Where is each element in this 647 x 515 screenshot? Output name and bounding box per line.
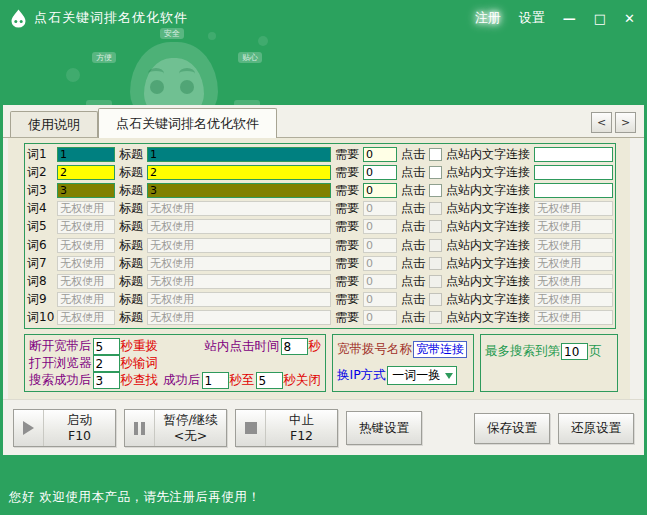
stop-button-key: F12 bbox=[290, 428, 313, 444]
status-bar: 您好 欢迎使用本产品，请先注册后再使用！ bbox=[0, 455, 647, 515]
link-input[interactable] bbox=[534, 201, 613, 216]
title-input[interactable] bbox=[147, 310, 331, 325]
start-button-label: 启动 bbox=[67, 412, 92, 428]
chevron-down-icon bbox=[445, 373, 453, 379]
mascot-watermark: 安全 方便 贴心 bbox=[58, 28, 288, 105]
search-seconds-input[interactable] bbox=[93, 372, 120, 389]
title-input[interactable] bbox=[147, 274, 331, 289]
keyword-input[interactable] bbox=[57, 201, 115, 216]
link-checkbox[interactable] bbox=[429, 184, 442, 197]
title-input[interactable] bbox=[147, 147, 331, 162]
link-input[interactable] bbox=[534, 238, 613, 253]
success-to-input[interactable] bbox=[256, 372, 283, 389]
title-input[interactable] bbox=[147, 183, 331, 198]
need-label: 需要 bbox=[335, 146, 359, 163]
link-checkbox[interactable] bbox=[429, 220, 442, 233]
start-button-key: F10 bbox=[68, 428, 91, 444]
need-count-input[interactable] bbox=[363, 201, 397, 216]
link-checkbox[interactable] bbox=[429, 275, 442, 288]
site-click-seconds-input[interactable] bbox=[281, 338, 308, 355]
success-from-input[interactable] bbox=[202, 372, 229, 389]
click-label: 点击 bbox=[401, 273, 425, 290]
button-bar: 启动 F10 暂停/继续 <无> 中止 F12 热键设置 保存设置 bbox=[3, 399, 644, 456]
site-click-suffix: 秒 bbox=[309, 338, 322, 355]
link-label: 点站内文字连接 bbox=[446, 237, 530, 254]
keyword-row: 词8标题需要点击点站内文字连接 bbox=[27, 272, 613, 290]
hotkey-settings-button[interactable]: 热键设置 bbox=[346, 411, 422, 445]
title-label: 标题 bbox=[119, 146, 143, 163]
need-count-input[interactable] bbox=[363, 292, 397, 307]
keyword-input[interactable] bbox=[57, 219, 115, 234]
tab-scroll-right-button[interactable]: > bbox=[615, 112, 636, 133]
stop-button[interactable]: 中止 F12 bbox=[235, 409, 338, 447]
max-pages-input[interactable] bbox=[561, 343, 588, 360]
title-input[interactable] bbox=[147, 165, 331, 180]
keyword-input[interactable] bbox=[57, 256, 115, 271]
title-input[interactable] bbox=[147, 238, 331, 253]
keyword-input[interactable] bbox=[57, 183, 115, 198]
save-settings-button[interactable]: 保存设置 bbox=[474, 413, 550, 444]
keyword-input[interactable] bbox=[57, 292, 115, 307]
need-count-input[interactable] bbox=[363, 310, 397, 325]
tab-usage-instructions[interactable]: 使用说明 bbox=[10, 111, 98, 137]
restore-settings-button[interactable]: 还原设置 bbox=[558, 413, 634, 444]
link-input[interactable] bbox=[534, 147, 613, 162]
tab-keyword-optimizer[interactable]: 点石关键词排名优化软件 bbox=[98, 108, 277, 138]
maximize-button[interactable]: □ bbox=[594, 12, 606, 25]
need-count-input[interactable] bbox=[363, 256, 397, 271]
keyword-input[interactable] bbox=[57, 165, 115, 180]
register-button[interactable]: 注册 bbox=[475, 9, 501, 27]
link-input[interactable] bbox=[534, 310, 613, 325]
link-input[interactable] bbox=[534, 219, 613, 234]
app-mascot-icon bbox=[10, 9, 27, 28]
success-label: 成功后 bbox=[163, 372, 201, 389]
link-checkbox[interactable] bbox=[429, 148, 442, 161]
keyword-row: 词1标题需要点击点站内文字连接 bbox=[27, 145, 613, 163]
link-input[interactable] bbox=[534, 165, 613, 180]
site-click-label: 站内点击时间 bbox=[205, 338, 280, 355]
link-input[interactable] bbox=[534, 256, 613, 271]
title-input[interactable] bbox=[147, 292, 331, 307]
disconnect-seconds-input[interactable] bbox=[93, 338, 120, 355]
browser-seconds-input[interactable] bbox=[93, 355, 120, 372]
settings-row: 断开宽带后 秒重拨 站内点击时间 秒 打开浏览器 秒输词 bbox=[24, 334, 616, 392]
need-count-input[interactable] bbox=[363, 219, 397, 234]
minimize-button[interactable]: — bbox=[563, 12, 576, 25]
close-button[interactable]: ✕ bbox=[624, 12, 635, 25]
title-input[interactable] bbox=[147, 219, 331, 234]
click-label: 点击 bbox=[401, 291, 425, 308]
need-count-input[interactable] bbox=[363, 165, 397, 180]
click-label: 点击 bbox=[401, 200, 425, 217]
watermark-pill bbox=[86, 100, 112, 105]
title-input[interactable] bbox=[147, 201, 331, 216]
word-number-label: 词2 bbox=[27, 164, 53, 181]
tab-scroll-left-button[interactable]: < bbox=[591, 112, 612, 133]
link-label: 点站内文字连接 bbox=[446, 164, 530, 181]
need-count-input[interactable] bbox=[363, 274, 397, 289]
ip-mode-dropdown[interactable]: 一词一换 bbox=[387, 366, 457, 385]
link-checkbox[interactable] bbox=[429, 202, 442, 215]
broadband-name-input[interactable] bbox=[413, 341, 467, 358]
keyword-input[interactable] bbox=[57, 310, 115, 325]
link-checkbox[interactable] bbox=[429, 311, 442, 324]
link-checkbox[interactable] bbox=[429, 293, 442, 306]
pause-resume-button[interactable]: 暂停/继续 <无> bbox=[124, 409, 227, 447]
link-checkbox[interactable] bbox=[429, 239, 442, 252]
need-count-input[interactable] bbox=[363, 238, 397, 253]
settings-button[interactable]: 设置 bbox=[519, 9, 545, 27]
link-input[interactable] bbox=[534, 274, 613, 289]
keyword-input[interactable] bbox=[57, 238, 115, 253]
link-checkbox[interactable] bbox=[429, 166, 442, 179]
title-label: 标题 bbox=[119, 182, 143, 199]
link-input[interactable] bbox=[534, 292, 613, 307]
keyword-input[interactable] bbox=[57, 274, 115, 289]
title-input[interactable] bbox=[147, 256, 331, 271]
need-count-input[interactable] bbox=[363, 147, 397, 162]
link-checkbox[interactable] bbox=[429, 257, 442, 270]
link-input[interactable] bbox=[534, 183, 613, 198]
watermark-tag: 方便 bbox=[92, 52, 116, 63]
keyword-input[interactable] bbox=[57, 147, 115, 162]
title-label: 标题 bbox=[119, 291, 143, 308]
start-button[interactable]: 启动 F10 bbox=[13, 409, 116, 447]
need-count-input[interactable] bbox=[363, 183, 397, 198]
